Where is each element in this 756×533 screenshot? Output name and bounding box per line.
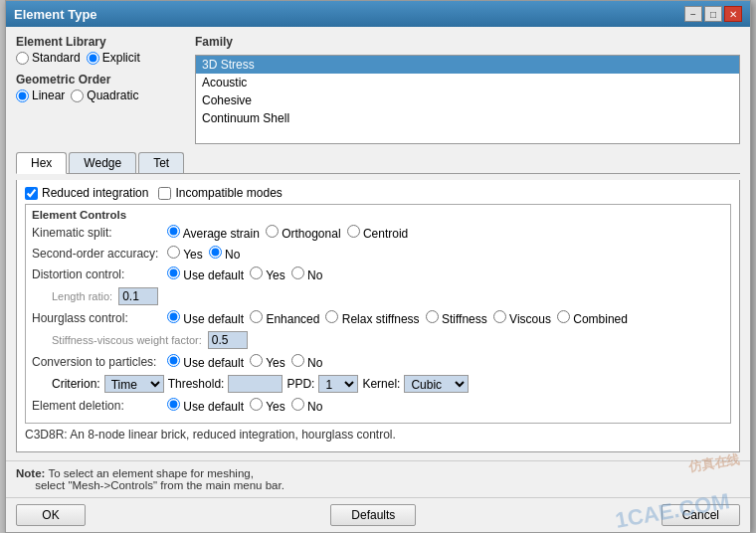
- hourglass-enhanced-option[interactable]: Enhanced: [250, 310, 319, 326]
- close-button[interactable]: ✕: [724, 6, 742, 22]
- linear-option[interactable]: Linear: [16, 89, 65, 102]
- family-listbox[interactable]: 3D Stress Acoustic Cohesive Continuum Sh…: [195, 55, 740, 144]
- explicit-option[interactable]: Explicit: [87, 51, 140, 65]
- element-deletion-row: Element deletion: Use default Yes No: [32, 398, 724, 414]
- deletion-yes-radio[interactable]: [250, 398, 263, 411]
- geometric-order-label: Geometric Order: [16, 73, 185, 87]
- second-order-row: Second-order accuracy: Yes No: [32, 246, 724, 262]
- criterion-select[interactable]: Time Strain Stress: [104, 375, 164, 393]
- element-controls-title: Element Controls: [32, 209, 724, 221]
- hourglass-combined-option[interactable]: Combined: [557, 310, 628, 326]
- distortion-yes-radio[interactable]: [250, 266, 263, 279]
- tab-tet[interactable]: Tet: [138, 152, 184, 173]
- ppd-select[interactable]: 1 2 3 4: [318, 375, 358, 393]
- distortion-no-label: No: [307, 268, 322, 282]
- tabs-row: Hex Wedge Tet: [16, 152, 740, 174]
- distortion-no-radio[interactable]: [291, 266, 304, 279]
- second-order-yes-option[interactable]: Yes: [167, 246, 203, 262]
- hourglass-viscous-option[interactable]: Viscous: [493, 310, 551, 326]
- distortion-default-radio[interactable]: [167, 266, 180, 279]
- family-item-cohesive[interactable]: Cohesive: [196, 91, 739, 109]
- distortion-yes-option[interactable]: Yes: [250, 266, 285, 282]
- particles-default-label: Use default: [183, 356, 244, 370]
- family-item-acoustic[interactable]: Acoustic: [196, 74, 739, 91]
- standard-option[interactable]: Standard: [16, 51, 81, 65]
- quadratic-option[interactable]: Quadratic: [71, 89, 138, 102]
- hourglass-control-row: Hourglass control: Use default Enhanced …: [32, 310, 724, 326]
- reduced-integration-option[interactable]: Reduced integration: [25, 186, 148, 200]
- centroid-option[interactable]: Centroid: [347, 225, 409, 241]
- orthogonal-radio[interactable]: [266, 225, 279, 238]
- distortion-no-option[interactable]: No: [291, 266, 323, 282]
- second-order-no-radio[interactable]: [209, 246, 222, 259]
- hourglass-enhanced-radio[interactable]: [250, 310, 263, 323]
- weight-factor-row: Stiffness-viscous weight factor:: [52, 331, 724, 349]
- deletion-default-option[interactable]: Use default: [167, 398, 244, 414]
- standard-radio[interactable]: [16, 52, 29, 65]
- family-item-continuum-shell[interactable]: Continuum Shell: [196, 109, 739, 127]
- particles-default-radio[interactable]: [167, 354, 180, 367]
- particles-yes-option[interactable]: Yes: [250, 354, 285, 370]
- orthogonal-option[interactable]: Orthogonal: [266, 225, 341, 241]
- hourglass-enhanced-label: Enhanced: [266, 312, 319, 326]
- avg-strain-radio[interactable]: [167, 225, 180, 238]
- centroid-radio[interactable]: [347, 225, 360, 238]
- reduced-integration-checkbox[interactable]: [25, 187, 38, 200]
- particles-criterion-row: Criterion: Time Strain Stress Threshold:…: [52, 375, 724, 393]
- quadratic-radio[interactable]: [71, 89, 84, 102]
- explicit-label: Explicit: [102, 51, 140, 65]
- deletion-no-label: No: [307, 400, 322, 414]
- weight-factor-input[interactable]: [208, 331, 248, 349]
- element-controls-scroll[interactable]: Kinematic split: Average strain Orthogon…: [32, 225, 724, 419]
- particles-default-option[interactable]: Use default: [167, 354, 244, 370]
- tab-hex[interactable]: Hex: [16, 152, 67, 174]
- hourglass-viscous-radio[interactable]: [493, 310, 506, 323]
- element-description: C3D8R: An 8-node linear brick, reduced i…: [25, 424, 731, 445]
- threshold-input[interactable]: [228, 375, 283, 393]
- family-item-3dstress[interactable]: 3D Stress: [196, 56, 739, 74]
- hourglass-combined-radio[interactable]: [557, 310, 570, 323]
- defaults-button[interactable]: Defaults: [330, 504, 416, 526]
- particles-no-radio[interactable]: [291, 354, 304, 367]
- note-section: Note: To select an element shape for mes…: [6, 460, 750, 497]
- linear-label: Linear: [32, 89, 65, 102]
- hourglass-stiffness-radio[interactable]: [426, 310, 439, 323]
- kinematic-split-row: Kinematic split: Average strain Orthogon…: [32, 225, 724, 241]
- particles-yes-radio[interactable]: [250, 354, 263, 367]
- element-library-label: Element Library: [16, 35, 185, 49]
- length-ratio-input[interactable]: [118, 287, 158, 305]
- maximize-button[interactable]: □: [704, 6, 722, 22]
- avg-strain-option[interactable]: Average strain: [167, 225, 260, 241]
- element-deletion-label: Element deletion:: [32, 399, 161, 413]
- deletion-default-label: Use default: [183, 400, 244, 414]
- kernel-label: Kernel:: [362, 377, 400, 391]
- cancel-button[interactable]: Cancel: [662, 504, 740, 526]
- distortion-default-option[interactable]: Use default: [167, 266, 244, 282]
- deletion-no-option[interactable]: No: [291, 398, 323, 414]
- hourglass-relax-radio[interactable]: [325, 310, 338, 323]
- incompatible-modes-option[interactable]: Incompatible modes: [158, 186, 282, 200]
- criterion-label: Criterion:: [52, 377, 100, 391]
- deletion-default-radio[interactable]: [167, 398, 180, 411]
- hourglass-default-option[interactable]: Use default: [167, 310, 244, 326]
- minimize-button[interactable]: −: [684, 6, 702, 22]
- explicit-radio[interactable]: [87, 52, 99, 65]
- kernel-select[interactable]: Cubic Quadratic: [404, 375, 469, 393]
- linear-radio[interactable]: [16, 89, 29, 102]
- hourglass-default-radio[interactable]: [167, 310, 180, 323]
- title-bar: Element Type − □ ✕: [6, 1, 750, 27]
- tab-wedge[interactable]: Wedge: [69, 152, 136, 173]
- second-order-no-label: No: [225, 248, 240, 262]
- incompatible-modes-checkbox[interactable]: [158, 187, 171, 200]
- deletion-yes-option[interactable]: Yes: [250, 398, 285, 414]
- avg-strain-label: Average strain: [183, 227, 260, 241]
- hourglass-relax-option[interactable]: Relax stiffness: [325, 310, 419, 326]
- second-order-yes-radio[interactable]: [167, 246, 180, 259]
- hourglass-default-label: Use default: [183, 312, 244, 326]
- hourglass-stiffness-option[interactable]: Stiffness: [426, 310, 487, 326]
- second-order-no-option[interactable]: No: [209, 246, 241, 262]
- particles-no-option[interactable]: No: [291, 354, 323, 370]
- deletion-no-radio[interactable]: [291, 398, 304, 411]
- ok-button[interactable]: OK: [16, 504, 86, 526]
- element-library-options: Standard Explicit: [16, 51, 185, 65]
